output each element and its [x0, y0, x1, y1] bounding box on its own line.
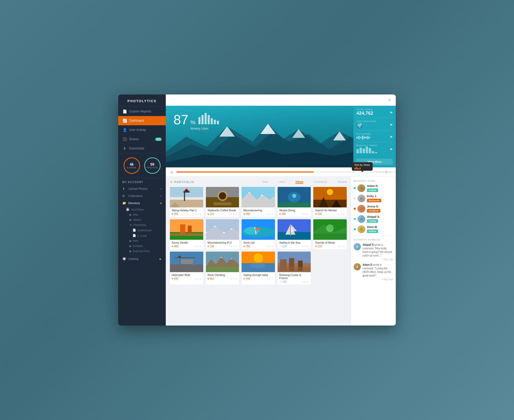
- svg-rect-18: [214, 202, 232, 205]
- misc-expand-icon: ▶: [130, 213, 132, 216]
- fan-status-5: [354, 228, 356, 230]
- svg-point-71: [251, 263, 266, 268]
- photo-card-5[interactable]: Search for Mordor ♥ 328 ★ ★ ★: [313, 187, 347, 217]
- photo-info-10: Sounds of Music ♥ 218 ★ ★ ★: [313, 240, 347, 249]
- svg-rect-28: [313, 200, 347, 207]
- sidebar-item-downloads[interactable]: ⬇ Downloads: [118, 144, 166, 153]
- cb6: [372, 151, 374, 153]
- sidebar-item-upload-photos[interactable]: ⬆ Upload Photos +: [118, 185, 166, 192]
- photo-stars-1: ★ ★ ★: [194, 213, 201, 215]
- photo-name-4: Skuba Diving: [279, 209, 309, 212]
- star: ★: [230, 278, 232, 280]
- star: ★: [304, 281, 306, 283]
- sketch-label: Sketch: [133, 218, 141, 221]
- photo-stars-9: ★ ★ ★: [302, 245, 309, 248]
- mwb1: [354, 168, 355, 169]
- photo-card-1[interactable]: Skiing Holiday Part 1 ♥ 255 ★ ★ ★: [170, 187, 203, 217]
- fan-follow-btn-4[interactable]: Follow: [367, 219, 378, 223]
- star: ★: [194, 213, 196, 215]
- photo-card-8[interactable]: Surfs Up! ♥ 789 ★ ★ ★: [242, 219, 275, 249]
- wb8: [369, 137, 370, 138]
- photo-likes-8: ♥ 789: [243, 245, 250, 248]
- star: ★: [197, 213, 199, 215]
- tree-item-untitled-psd[interactable]: 📄 Untitled.psd: [118, 227, 166, 233]
- fan-removed-btn-2[interactable]: Removed: [367, 199, 381, 202]
- photo-meta-6: ♥ 489 ★ ★ ★: [172, 245, 201, 248]
- sidebar-item-directory[interactable]: 📁 Directory ▾: [118, 199, 166, 207]
- activity-user-1: Abigail S: [363, 243, 374, 246]
- fan-info-5: Dave M. Follow: [367, 225, 393, 233]
- tree-item-photoshop[interactable]: ▼ Photoshop: [118, 222, 166, 227]
- shares-badge: 27: [155, 138, 162, 141]
- ec2-label: EC2 USAGE: [356, 133, 371, 135]
- sort-date[interactable]: Date: [262, 180, 268, 184]
- sidebar-item-custom-reports[interactable]: 📄 Custom Reports: [118, 107, 166, 116]
- sort-views[interactable]: Views: [295, 180, 303, 184]
- portfolio-main: ▼ PORTFOLIO Date Likes Views Comments Sh…: [166, 177, 351, 326]
- fan-name-2: Kelly J.: [367, 195, 393, 198]
- sidebar-item-shares[interactable]: ⬛ Shares 27: [118, 135, 166, 144]
- photo-card-11[interactable]: Helicopter Ride ♥ 435 ★ ★ ★: [170, 252, 203, 284]
- sort-comments[interactable]: Comments: [314, 180, 327, 184]
- sort-likes[interactable]: Likes: [279, 180, 285, 184]
- world-icon: 🌍: [356, 122, 376, 129]
- fan-status-1: [354, 187, 356, 189]
- sidebar-item-dashboard[interactable]: 📈 Dashboard: [118, 116, 166, 125]
- photo-info-4: Skuba Diving ♥ 385 ★ ★ ★: [278, 207, 311, 217]
- play-button[interactable]: ▶: [171, 170, 174, 174]
- sort-shared[interactable]: Shared: [338, 180, 347, 184]
- tree-item-dribbble[interactable]: ▶ Dribbble: [118, 243, 166, 249]
- fan-avatar-4: A: [357, 215, 365, 223]
- monthly-trend-arrow[interactable]: ▶: [390, 147, 393, 151]
- fan-follow-btn-1[interactable]: Follow: [367, 188, 378, 192]
- photo-info-8: Surfs Up! ♥ 789 ★ ★ ★: [242, 240, 275, 249]
- photo-thumb-4: [278, 187, 311, 207]
- photo-card-9[interactable]: Sailing in the Sea ♡ 239 ★ ★ ★: [278, 219, 311, 249]
- tree-item-sketch[interactable]: ▶ Sketch: [118, 217, 166, 222]
- photo-thumb-6: [170, 219, 203, 240]
- tree-item-external[interactable]: ▶ External Drive: [118, 249, 166, 254]
- photo-likes-9: ♡ 239: [279, 245, 287, 248]
- file-icon2: 📄: [133, 234, 136, 237]
- ec2-arrow[interactable]: ▶: [390, 135, 393, 138]
- view-more-button[interactable]: View More: [356, 159, 393, 165]
- tree-item-v1-psd[interactable]: 📄 v_1.psd: [118, 233, 166, 238]
- photo-info-7: Mountaineering Pt 2 ♥ 190 ★ ★ ★: [206, 240, 239, 249]
- photo-likes-2: ♥ 122: [208, 213, 214, 215]
- top-locations-stat: TOP LOCATIONS 🌍 ▶: [356, 120, 393, 131]
- photo-card-12[interactable]: Rock Climbing ♥ 563 ★ ★ ★: [206, 252, 239, 284]
- external-expand-icon: ▶: [130, 250, 132, 253]
- photo-card-2[interactable]: Starbucks Coffee Break ♥ 122 ★ ★ ★: [206, 187, 239, 217]
- upload-photos-label: Upload Photos: [128, 187, 148, 190]
- sidebar-item-user-activity[interactable]: 👤 User Activity: [118, 125, 166, 135]
- total-views-arrow[interactable]: ▶: [390, 110, 393, 114]
- hero-bars-chart: [198, 113, 219, 124]
- tree-item-misc[interactable]: ▶ Misc: [118, 212, 166, 217]
- photo-card-4[interactable]: Skuba Diving ♥ 385 ★ ★ ★: [278, 187, 311, 217]
- wb1: [356, 137, 358, 139]
- svg-point-61: [178, 256, 181, 258]
- sidebar-item-collections[interactable]: ⊞ Collections +: [118, 192, 166, 199]
- photo-meta-1: ♥ 255 ★ ★ ★: [172, 213, 201, 215]
- tree-item-harddrive[interactable]: 💾 Hard Drive: [118, 207, 166, 212]
- fan-follow-btn-5[interactable]: Follow: [367, 230, 378, 233]
- photo-info-1: Skiing Holiday Part 1 ♥ 255 ★ ★ ★: [170, 207, 203, 217]
- photo-card-14[interactable]: Relaxing Cruise in France ♡ 102 ★ ★ ★: [278, 252, 311, 284]
- top-locations-arrow[interactable]: ▶: [390, 123, 393, 126]
- photos-stat: 59 PHOTOS: [144, 157, 161, 174]
- tree-item-new[interactable]: ▶ New: [118, 238, 166, 243]
- photo-info-14: Relaxing Cruise in France ♡ 102 ★ ★ ★: [278, 272, 311, 284]
- photo-thumb-1: [170, 187, 203, 207]
- svg-rect-50: [290, 223, 291, 236]
- hamburger-icon[interactable]: ≡: [388, 98, 391, 102]
- sidebar-item-catalog[interactable]: 🔲 Catalog ▶: [118, 255, 166, 262]
- photo-card-3[interactable]: Mountaineering ♥ 450 ★ ★ ★: [242, 187, 275, 217]
- photo-name-12: Rock Climbing: [208, 273, 237, 276]
- photo-card-6[interactable]: Sunny Seville ♥ 489 ★ ★ ★: [170, 219, 203, 249]
- progress-track[interactable]: [176, 171, 396, 173]
- fan-unfollow-btn-3[interactable]: Unfollow: [367, 209, 380, 213]
- photo-grid: Skiing Holiday Part 1 ♥ 255 ★ ★ ★: [170, 187, 347, 284]
- photo-card-10[interactable]: Sounds of Music ♥ 218 ★ ★ ★: [313, 219, 347, 249]
- photo-card-7[interactable]: Mountaineering Pt 2 ♥ 190 ★ ★ ★: [206, 219, 239, 249]
- photo-card-13[interactable]: Sailing through Italia ♥ 348 ★ ★ ★: [242, 252, 275, 284]
